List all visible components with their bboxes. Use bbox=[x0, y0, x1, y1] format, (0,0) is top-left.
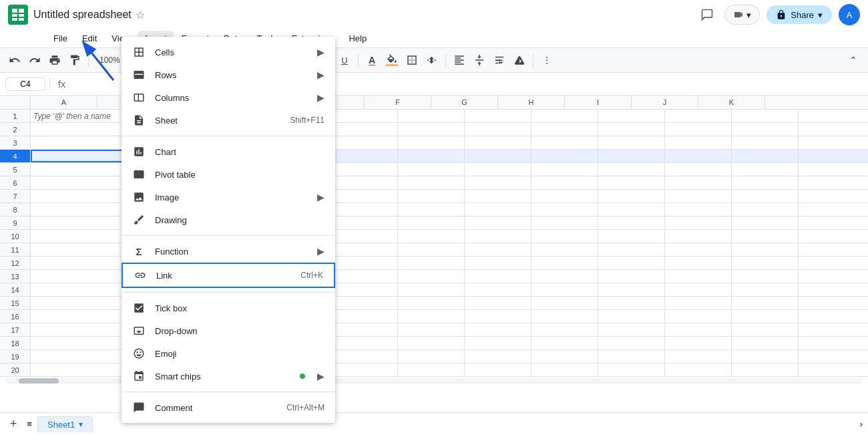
insert-menu-sheet[interactable]: Sheet Shift+F11 bbox=[122, 109, 335, 132]
cell-g13[interactable] bbox=[465, 270, 531, 283]
cell-a9[interactable] bbox=[31, 216, 131, 229]
cell-h17[interactable] bbox=[531, 323, 598, 336]
cell-h9[interactable] bbox=[531, 216, 598, 229]
sheet-list-button[interactable]: ≡ bbox=[21, 416, 37, 432]
cell-f14[interactable] bbox=[398, 283, 465, 296]
cell-i15[interactable] bbox=[598, 297, 665, 309]
cell-f1[interactable] bbox=[398, 110, 465, 122]
undo-button[interactable] bbox=[5, 51, 24, 69]
cell-e11[interactable] bbox=[331, 243, 398, 256]
cell-e10[interactable] bbox=[331, 230, 398, 243]
cell-f16[interactable] bbox=[398, 310, 465, 323]
cell-k1[interactable] bbox=[732, 110, 799, 122]
cell-f5[interactable] bbox=[398, 163, 465, 176]
cell-k15[interactable] bbox=[732, 297, 799, 309]
cell-i19[interactable] bbox=[598, 350, 665, 363]
cell-a19[interactable] bbox=[31, 350, 131, 363]
col-header-i[interactable]: I bbox=[565, 96, 632, 109]
cell-f2[interactable] bbox=[398, 123, 465, 136]
cell-j12[interactable] bbox=[665, 257, 732, 269]
row-num-10[interactable]: 10 bbox=[0, 230, 31, 243]
cell-f10[interactable] bbox=[398, 230, 465, 243]
cell-h6[interactable] bbox=[531, 176, 598, 189]
col-header-j[interactable]: J bbox=[632, 96, 698, 109]
cell-a16[interactable] bbox=[31, 310, 131, 323]
cell-j3[interactable] bbox=[665, 136, 732, 149]
cell-j5[interactable] bbox=[665, 163, 732, 176]
row-num-19[interactable]: 19 bbox=[0, 350, 31, 363]
paint-format-button[interactable] bbox=[65, 51, 84, 69]
cell-f17[interactable] bbox=[398, 323, 465, 336]
cell-i11[interactable] bbox=[598, 243, 665, 256]
insert-menu-comment[interactable]: Comment Ctrl+Alt+M bbox=[122, 396, 335, 419]
cell-g14[interactable] bbox=[465, 283, 531, 296]
cell-j8[interactable] bbox=[665, 203, 732, 216]
more-formats-button[interactable]: ⋮ bbox=[537, 51, 556, 69]
cell-e16[interactable] bbox=[331, 310, 398, 323]
cell-j7[interactable] bbox=[665, 190, 732, 202]
cell-k13[interactable] bbox=[732, 270, 799, 283]
row-num-3[interactable]: 3 bbox=[0, 136, 31, 149]
cell-a7[interactable] bbox=[31, 190, 131, 202]
cell-g5[interactable] bbox=[465, 163, 531, 176]
cell-a14[interactable] bbox=[31, 283, 131, 296]
cell-g18[interactable] bbox=[465, 337, 531, 349]
row-num-14[interactable]: 14 bbox=[0, 283, 31, 296]
cell-f8[interactable] bbox=[398, 203, 465, 216]
cell-g20[interactable] bbox=[465, 364, 531, 376]
cell-j4[interactable] bbox=[665, 150, 732, 162]
insert-menu-dropdown[interactable]: Drop-down bbox=[122, 319, 335, 342]
cell-a20[interactable] bbox=[31, 364, 131, 376]
doc-title[interactable]: Untitled spreadsheet bbox=[33, 9, 132, 21]
insert-menu-chart[interactable]: Chart bbox=[122, 140, 335, 163]
cell-f20[interactable] bbox=[398, 364, 465, 376]
cell-k4[interactable] bbox=[732, 150, 799, 162]
insert-menu-columns[interactable]: Columns ▶ bbox=[122, 86, 335, 109]
cell-i5[interactable] bbox=[598, 163, 665, 176]
cell-k6[interactable] bbox=[732, 176, 799, 189]
cell-g17[interactable] bbox=[465, 323, 531, 336]
cell-k9[interactable] bbox=[732, 216, 799, 229]
row-num-12[interactable]: 12 bbox=[0, 257, 31, 269]
cell-h20[interactable] bbox=[531, 364, 598, 376]
cell-g19[interactable] bbox=[465, 350, 531, 363]
row-num-9[interactable]: 9 bbox=[0, 216, 31, 229]
cell-g1[interactable] bbox=[465, 110, 531, 122]
cell-h3[interactable] bbox=[531, 136, 598, 149]
cell-j6[interactable] bbox=[665, 176, 732, 189]
cell-k14[interactable] bbox=[732, 283, 799, 296]
cell-i8[interactable] bbox=[598, 203, 665, 216]
cell-e14[interactable] bbox=[331, 283, 398, 296]
cell-a10[interactable] bbox=[31, 230, 131, 243]
cell-j19[interactable] bbox=[665, 350, 732, 363]
cell-k16[interactable] bbox=[732, 310, 799, 323]
cell-g12[interactable] bbox=[465, 257, 531, 269]
cell-i2[interactable] bbox=[598, 123, 665, 136]
cell-e18[interactable] bbox=[331, 337, 398, 349]
col-header-f[interactable]: F bbox=[365, 96, 431, 109]
row-num-7[interactable]: 7 bbox=[0, 190, 31, 202]
cell-e12[interactable] bbox=[331, 257, 398, 269]
row-num-11[interactable]: 11 bbox=[0, 243, 31, 256]
menu-help[interactable]: Help bbox=[342, 31, 373, 46]
col-header-k[interactable]: K bbox=[698, 96, 765, 109]
cell-a1[interactable]: Type '@' then a name bbox=[31, 110, 131, 122]
sheet-scroll-right[interactable]: › bbox=[860, 419, 863, 429]
cell-e4[interactable] bbox=[331, 150, 398, 162]
cell-h18[interactable] bbox=[531, 337, 598, 349]
cell-e6[interactable] bbox=[331, 176, 398, 189]
cell-reference-input[interactable] bbox=[5, 78, 45, 91]
print-button[interactable] bbox=[45, 51, 64, 69]
cell-j10[interactable] bbox=[665, 230, 732, 243]
cell-k18[interactable] bbox=[732, 337, 799, 349]
cell-g11[interactable] bbox=[465, 243, 531, 256]
cell-k11[interactable] bbox=[732, 243, 799, 256]
fill-color-button[interactable] bbox=[383, 51, 401, 69]
cell-f3[interactable] bbox=[398, 136, 465, 149]
row-num-4[interactable]: 4 bbox=[0, 150, 31, 162]
redo-button[interactable] bbox=[25, 51, 44, 69]
cell-h16[interactable] bbox=[531, 310, 598, 323]
cell-k5[interactable] bbox=[732, 163, 799, 176]
cell-j20[interactable] bbox=[665, 364, 732, 376]
row-num-1[interactable]: 1 bbox=[0, 110, 31, 122]
